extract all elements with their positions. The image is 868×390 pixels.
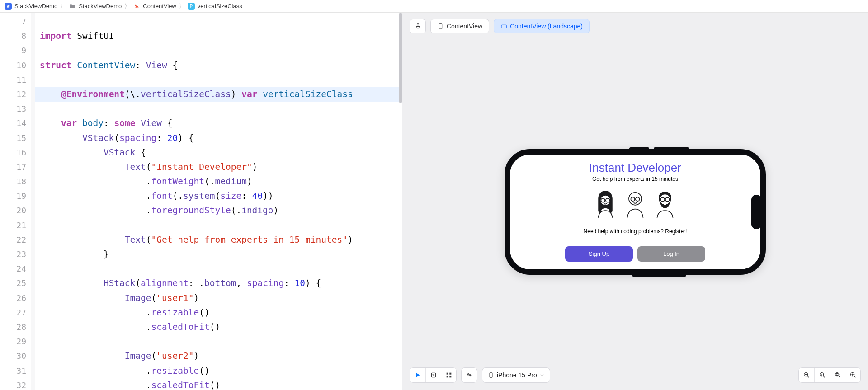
line-gutter: 7891011121314151617181920212223242526272… — [0, 13, 31, 390]
chevron-right-icon: 〉 — [124, 2, 130, 10]
device-button — [654, 147, 689, 150]
breadcrumb-project[interactable]: StackViewDemo — [14, 3, 57, 9]
breadcrumb: ⨳ StackViewDemo 〉 StackViewDemo 〉 Conten… — [0, 0, 868, 13]
svg-rect-19 — [449, 376, 451, 377]
svg-rect-31 — [836, 374, 838, 376]
svg-rect-1 — [501, 25, 506, 28]
preview-tab-0[interactable]: ContentView — [430, 19, 489, 33]
signup-button[interactable]: Sign Up — [565, 246, 633, 262]
variants-button[interactable] — [441, 368, 456, 382]
selectable-preview-button[interactable] — [425, 368, 441, 382]
svg-line-30 — [839, 376, 840, 377]
avatar-row — [593, 188, 677, 220]
device-picker[interactable]: iPhone 15 Pro — [482, 367, 550, 383]
svg-line-24 — [807, 376, 809, 377]
chevron-down-icon — [540, 373, 544, 377]
device-settings-button[interactable] — [461, 367, 477, 383]
svg-point-29 — [835, 373, 839, 376]
property-icon: P — [188, 3, 195, 10]
canvas-toolbar-top: ContentView ContentView (Landscape) — [402, 13, 868, 33]
chevron-right-icon: 〉 — [179, 2, 185, 10]
preview-canvas: ContentView ContentView (Landscape) Inst… — [402, 13, 868, 390]
svg-line-33 — [854, 376, 855, 377]
scrollbar[interactable] — [399, 13, 402, 103]
live-preview-button[interactable] — [410, 368, 425, 382]
svg-point-20 — [468, 374, 469, 375]
code-editor[interactable]: 7891011121314151617181920212223242526272… — [0, 13, 402, 390]
svg-rect-22 — [490, 373, 492, 378]
app-title: Instant Developer — [589, 161, 681, 175]
fold-ribbon — [31, 13, 35, 390]
device-frame: Instant Developer Get help from experts … — [505, 149, 766, 275]
app-preview: Instant Developer Get help from experts … — [510, 155, 760, 269]
svg-rect-18 — [446, 376, 448, 377]
device-button — [629, 147, 649, 150]
chevron-right-icon: 〉 — [60, 2, 66, 10]
avatar-user2 — [623, 188, 647, 220]
pin-button[interactable] — [410, 19, 426, 33]
code-area[interactable]: import SwiftUIstruct ContentView: View {… — [35, 13, 402, 390]
zoom-actual-button[interactable]: 1 — [814, 368, 830, 382]
svg-text:1: 1 — [821, 373, 822, 376]
app-subtitle: Get help from experts in 15 minutes — [592, 176, 678, 182]
svg-rect-0 — [439, 23, 442, 28]
svg-point-21 — [470, 375, 471, 376]
avatar-user3 — [653, 188, 677, 220]
svg-line-27 — [823, 376, 825, 377]
zoom-out-button[interactable] — [799, 368, 814, 382]
project-icon: ⨳ — [5, 3, 12, 10]
svg-rect-17 — [449, 373, 451, 375]
preview-tab-label: ContentView — [447, 23, 482, 30]
device-button — [632, 274, 686, 277]
svg-rect-16 — [446, 373, 448, 375]
breadcrumb-folder[interactable]: StackViewDemo — [79, 3, 122, 9]
canvas-toolbar-bottom: iPhone 15 Pro 1 — [410, 367, 861, 383]
preview-mode-group — [410, 367, 457, 383]
app-tagline: Need help with coding problems? Register… — [584, 228, 687, 235]
preview-tab-1[interactable]: ContentView (Landscape) — [494, 19, 590, 33]
breadcrumb-symbol[interactable]: verticalSizeClass — [198, 3, 242, 9]
zoom-fit-button[interactable] — [830, 368, 845, 382]
svg-marker-14 — [416, 373, 420, 377]
folder-icon — [69, 3, 76, 10]
zoom-in-button[interactable] — [845, 368, 860, 382]
zoom-controls: 1 — [798, 367, 861, 383]
device-picker-label: iPhone 15 Pro — [497, 371, 537, 379]
login-button[interactable]: Log In — [637, 246, 705, 262]
preview-tab-label: ContentView (Landscape) — [510, 23, 583, 30]
avatar-user1 — [593, 188, 618, 220]
breadcrumb-file[interactable]: ContentView — [143, 3, 176, 9]
swift-file-icon — [133, 3, 140, 10]
